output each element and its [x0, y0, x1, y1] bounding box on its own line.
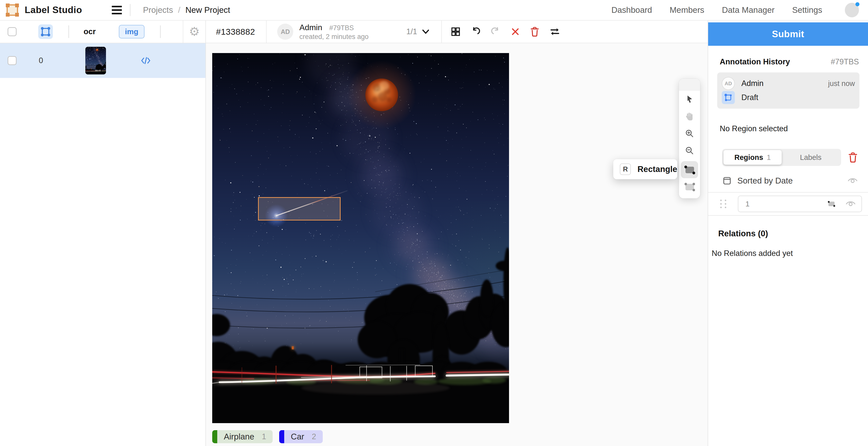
rectangle-3point-tool-icon[interactable] — [681, 178, 698, 195]
label-hotkey: 1 — [262, 432, 266, 441]
night-sky-photo[interactable] — [212, 53, 509, 423]
history-entry-card[interactable]: AD Admin just now Draft — [717, 72, 860, 109]
region-item[interactable]: 1 — [738, 196, 862, 212]
breadcrumb: Projects / New Project — [143, 5, 230, 15]
delete-regions-trash-icon[interactable] — [848, 152, 858, 163]
regions-labels-tabs: Regions 1 Labels — [722, 149, 841, 166]
drag-handle-icon[interactable] — [720, 200, 727, 208]
zoom-in-tool-icon[interactable] — [681, 125, 698, 142]
relations-title: Relations (0) — [718, 229, 868, 238]
sidebar-settings-button[interactable]: ⚙ — [183, 21, 206, 43]
region-rectangle-icon — [827, 200, 836, 207]
annotator-avatar: AD — [277, 24, 293, 40]
region-number: 1 — [745, 200, 750, 208]
task-list-item[interactable]: 0 — [0, 43, 206, 78]
relations-empty-text: No Relations added yet — [712, 249, 868, 258]
tooltip-label: Rectangle — [638, 164, 677, 174]
hamburger-menu-icon[interactable] — [112, 6, 122, 14]
no-region-text: No Region selected — [720, 124, 868, 133]
label-hotkey: 2 — [312, 432, 316, 441]
annotation-canvas-area: Airplane 1 Car 2 — [206, 43, 708, 446]
sidebar-divider — [68, 25, 69, 38]
img-type-tag[interactable]: img — [119, 25, 144, 38]
label-color-bar — [212, 430, 217, 443]
pan-hand-tool-icon[interactable] — [681, 108, 698, 125]
annotation-code: #79TBS — [329, 24, 354, 32]
history-status: Draft — [741, 93, 758, 102]
label-pill-airplane[interactable]: Airplane 1 — [212, 430, 273, 443]
navbar: Label Studio Projects / New Project Dash… — [0, 0, 868, 21]
sort-order-icon[interactable] — [722, 176, 732, 185]
annotator-name: Admin — [299, 23, 322, 32]
region-visibility-eye-icon[interactable] — [845, 200, 856, 208]
sort-row: Sorted by Date — [722, 176, 858, 185]
label-studio-logo-icon[interactable] — [6, 4, 18, 16]
user-avatar[interactable] — [845, 3, 859, 18]
toolbar-drag-handle[interactable] — [679, 79, 700, 91]
workspace: #1338882 AD Admin #79TBS created, 2 minu… — [206, 21, 708, 446]
breadcrumb-separator: / — [178, 5, 180, 15]
region-list: 1 — [708, 192, 868, 216]
undo-icon[interactable] — [470, 27, 480, 37]
label-color-bar — [279, 430, 284, 443]
sidebar-header: ocr img ⚙ — [0, 21, 206, 43]
notification-dot — [856, 2, 860, 6]
grid-view-icon[interactable] — [451, 27, 460, 36]
gear-icon: ⚙ — [189, 26, 199, 38]
tab-regions-count: 1 — [767, 153, 771, 162]
breadcrumb-projects[interactable]: Projects — [143, 5, 173, 15]
task-sidebar: ocr img ⚙ 0 — [0, 21, 206, 446]
nav-link-settings[interactable]: Settings — [792, 5, 822, 15]
history-user-name: Admin — [741, 79, 764, 88]
history-timestamp: just now — [828, 79, 855, 88]
tab-labels-label: Labels — [800, 153, 822, 162]
created-timestamp: created, 2 minutes ago — [299, 33, 369, 41]
nav-link-data-manager[interactable]: Data Manager — [722, 5, 775, 15]
redo-icon[interactable] — [491, 27, 501, 37]
tab-regions-label: Regions — [734, 153, 763, 162]
code-icon[interactable] — [141, 57, 151, 65]
annotation-pagination: 1/1 — [406, 27, 417, 36]
label-studio-app: Label Studio Projects / New Project Dash… — [0, 0, 868, 446]
breadcrumb-current: New Project — [185, 5, 230, 15]
cursor-tool-icon[interactable] — [681, 91, 698, 108]
submit-button[interactable]: Submit — [708, 22, 868, 46]
rectangle-tool-tooltip: R Rectangle — [613, 159, 677, 179]
tab-labels[interactable]: Labels — [782, 150, 840, 165]
hotkey-badge: R — [620, 163, 631, 175]
chevron-down-icon[interactable] — [421, 28, 430, 35]
sorted-by-label[interactable]: Sorted by Date — [737, 176, 793, 185]
label-pill-car[interactable]: Car 2 — [279, 430, 322, 443]
task-index: 0 — [39, 56, 43, 65]
history-user-avatar: AD — [722, 77, 735, 90]
rectangle-region-meteor[interactable] — [258, 197, 341, 220]
label-name: Car — [291, 432, 304, 442]
select-all-checkbox[interactable] — [7, 27, 17, 36]
toolbar-divider — [441, 20, 442, 43]
swap-transfer-icon[interactable] — [550, 27, 560, 36]
label-pills: Airplane 1 Car 2 — [212, 430, 323, 443]
region-row-1[interactable]: 1 — [708, 195, 868, 213]
label-name: Airplane — [224, 432, 254, 442]
filter-column-label: ocr — [84, 27, 96, 36]
sidebar-divider — [160, 25, 161, 38]
toggle-all-visibility-eye-icon[interactable] — [847, 177, 858, 185]
delete-annotation-icon[interactable] — [530, 27, 539, 37]
tab-regions[interactable]: Regions 1 — [723, 150, 782, 165]
rectangle-tool-selected-icon[interactable] — [681, 161, 698, 178]
task-checkbox[interactable] — [7, 56, 17, 65]
task-id: #1338882 — [216, 27, 255, 37]
nav-link-members[interactable]: Members — [670, 5, 704, 15]
navbar-links: Dashboard Members Data Manager Settings — [612, 3, 859, 18]
toolbar-divider — [266, 20, 267, 43]
task-thumbnail[interactable] — [85, 47, 106, 74]
zoom-out-tool-icon[interactable] — [681, 142, 698, 159]
drawing-tools-toolbar — [679, 79, 700, 198]
annotation-side-panel: Submit Annotation History #79TBS AD Admi… — [708, 21, 868, 446]
annotation-image[interactable] — [212, 53, 509, 423]
rectangle-label-tool-icon[interactable] — [38, 24, 53, 39]
nav-link-dashboard[interactable]: Dashboard — [612, 5, 652, 15]
reject-close-icon[interactable] — [511, 27, 520, 36]
navbar-divider — [130, 4, 130, 16]
annotation-history-title: Annotation History — [720, 57, 790, 66]
